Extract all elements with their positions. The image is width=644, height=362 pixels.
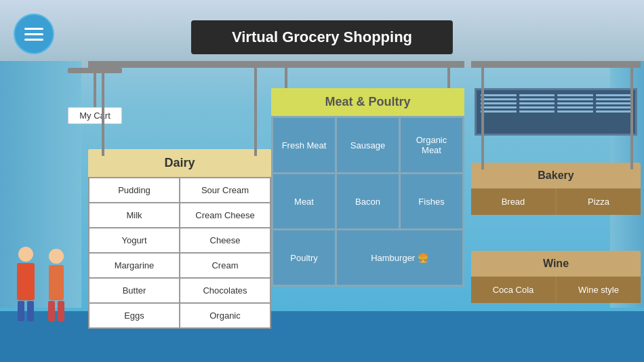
dairy-section: Dairy Pudding Sour Cream Milk Cream Chee… — [88, 149, 271, 329]
cart-sign[interactable]: My Cart — [68, 68, 122, 124]
board-line — [557, 102, 593, 104]
person-legs — [18, 301, 34, 321]
bakery-section: Bakery Bread Pizza — [471, 163, 641, 215]
dairy-item-milk[interactable]: Milk — [89, 203, 179, 227]
board-line — [519, 94, 555, 96]
person-leg-right — [27, 301, 34, 321]
page-title: Virtual Grocery Shopping — [191, 20, 453, 54]
meat-item-bacon[interactable]: Bacon — [337, 174, 399, 228]
board-line — [481, 106, 517, 108]
dairy-item-cream-cheese[interactable]: Cream Cheese — [180, 203, 270, 227]
dairy-item-chocolates[interactable]: Chocolates — [180, 279, 270, 302]
person-legs — [48, 301, 64, 321]
meat-item-poultry[interactable]: Poultry — [273, 230, 335, 285]
board-line — [481, 98, 517, 100]
meat-item-hamburger[interactable]: Hamburger 🍔 — [337, 230, 462, 285]
main-content: Virtual Grocery Shopping My Cart — [0, 0, 644, 362]
dairy-pole-left — [102, 68, 104, 156]
bakery-item-pizza[interactable]: Pizza — [557, 188, 641, 215]
board-line — [557, 106, 593, 108]
cart-pole — [94, 73, 96, 107]
meat-item-meat[interactable]: Meat — [273, 174, 335, 228]
wine-item-wine-style[interactable]: Wine style — [557, 277, 641, 303]
dairy-item-butter[interactable]: Butter — [89, 279, 179, 302]
bakery-item-bread[interactable]: Bread — [471, 188, 555, 215]
menu-icon-line3 — [24, 39, 43, 41]
board-line — [519, 110, 555, 113]
dairy-item-yogurt[interactable]: Yogurt — [89, 228, 179, 252]
person-female — [48, 249, 64, 321]
dairy-item-cheese[interactable]: Cheese — [180, 228, 270, 252]
board-line — [481, 102, 517, 104]
wine-grid: Coca Cola Wine style — [471, 277, 641, 303]
dairy-hanging-bar — [88, 61, 271, 68]
dairy-item-organic[interactable]: Organic — [180, 304, 270, 327]
menu-button[interactable] — [14, 14, 54, 54]
bakery-hanging-bar — [471, 61, 641, 68]
wine-section: Wine Coca Cola Wine style — [471, 251, 641, 303]
dairy-pole-right — [254, 68, 257, 156]
meat-grid: Fresh Meat Sausage Organic Meat Meat Bac… — [271, 116, 464, 287]
dairy-item-cream[interactable]: Cream — [180, 254, 270, 277]
menu-icon-line2 — [24, 33, 43, 35]
bakery-pole-right — [630, 68, 633, 169]
board-line — [596, 102, 632, 104]
board-line — [519, 98, 555, 100]
board-line — [596, 110, 632, 113]
person-leg-left — [18, 301, 24, 321]
person-head — [18, 247, 33, 262]
dairy-header: Dairy — [88, 149, 271, 177]
board-line — [596, 98, 632, 100]
board-line — [596, 94, 632, 96]
board-line — [519, 106, 555, 108]
meat-item-organic-meat[interactable]: Organic Meat — [401, 118, 462, 172]
board-line — [557, 94, 593, 96]
board-col-4 — [596, 94, 632, 129]
bakery-header: Bakery — [471, 163, 641, 188]
meat-item-fresh-meat[interactable]: Fresh Meat — [273, 118, 335, 172]
meat-section: Meat & Poultry Fresh Meat Sausage Organi… — [271, 88, 464, 287]
person-body — [49, 265, 64, 300]
board-line — [557, 98, 593, 100]
person-body — [17, 263, 35, 300]
board-line — [481, 94, 517, 96]
dairy-item-margarine[interactable]: Margarine — [89, 254, 179, 277]
board-col-1 — [481, 94, 517, 129]
board-line — [557, 110, 593, 113]
wine-header: Wine — [471, 251, 641, 277]
wine-item-coca-cola[interactable]: Coca Cola — [471, 277, 555, 303]
board-line — [481, 110, 517, 113]
meat-header: Meat & Poultry — [271, 88, 464, 116]
cart-label[interactable]: My Cart — [68, 107, 122, 124]
person-leg-right — [58, 301, 64, 321]
meat-item-fishes[interactable]: Fishes — [401, 174, 462, 228]
board-col-2 — [519, 94, 555, 129]
bakery-grid: Bread Pizza — [471, 188, 641, 215]
dairy-item-pudding[interactable]: Pudding — [89, 178, 179, 202]
meat-pole-right — [447, 68, 450, 88]
dairy-grid: Pudding Sour Cream Milk Cream Cheese Yog… — [88, 177, 271, 329]
board-line — [519, 102, 555, 104]
bakery-pole-left — [481, 68, 484, 169]
dairy-item-eggs[interactable]: Eggs — [89, 304, 179, 327]
meat-hanging-bar — [271, 61, 464, 68]
meat-pole-left — [285, 68, 287, 88]
person-leg-left — [48, 301, 55, 321]
menu-icon-line1 — [24, 28, 43, 30]
meat-item-sausage[interactable]: Sausage — [337, 118, 399, 172]
board-line — [596, 106, 632, 108]
board-col-3 — [557, 94, 593, 129]
person-head — [49, 249, 64, 264]
cart-top-bar — [68, 68, 122, 73]
store-people — [17, 247, 64, 321]
board-sign — [475, 88, 637, 136]
person-male — [17, 247, 35, 321]
dairy-item-sour-cream[interactable]: Sour Cream — [180, 178, 270, 202]
